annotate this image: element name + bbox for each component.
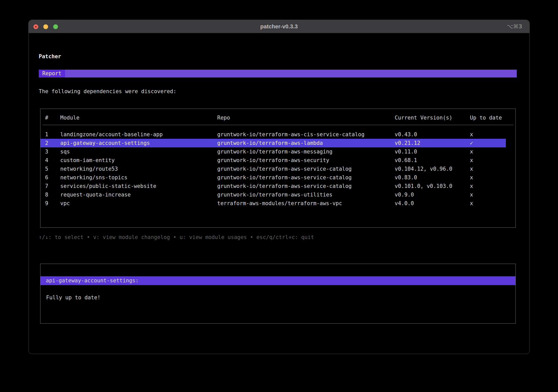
desktop-background: patcher-v0.3.3 ⌥⌘3 Patcher Report The fo… xyxy=(0,0,558,392)
row-up-to-date: x xyxy=(470,156,473,165)
row-module: sqs xyxy=(60,147,70,156)
terminal-window: patcher-v0.3.3 ⌥⌘3 Patcher Report The fo… xyxy=(28,20,530,354)
row-number: 4 xyxy=(45,156,48,165)
table-row[interactable]: 3 sqs gruntwork-io/terraform-aws-messagi… xyxy=(41,147,515,156)
row-versions: v0.21.12 xyxy=(395,139,420,147)
row-up-to-date: x xyxy=(470,182,473,190)
tab-bar: Report xyxy=(39,70,517,77)
col-header-versions: Current Version(s) xyxy=(395,113,452,122)
intro-text: The following dependencies were discover… xyxy=(39,88,176,95)
row-up-to-date: x xyxy=(470,199,473,208)
row-repo: terraform-aws-modules/terraform-aws-vpc xyxy=(217,199,342,208)
row-number: 7 xyxy=(45,182,48,190)
app-heading: Patcher xyxy=(39,53,61,60)
table-row[interactable]: 1 landingzone/account-baseline-app grunt… xyxy=(41,130,515,139)
table-row[interactable]: 6 networking/sns-topics gruntwork-io/ter… xyxy=(41,173,515,182)
row-versions: v0.83.0 xyxy=(395,173,417,182)
row-versions: v4.0.0 xyxy=(395,199,414,208)
row-module: services/public-static-website xyxy=(60,182,156,190)
row-up-to-date: x xyxy=(470,165,473,173)
row-versions: v0.43.0 xyxy=(395,130,417,139)
col-header-number: # xyxy=(45,113,48,122)
row-up-to-date: x xyxy=(470,147,473,156)
row-versions: v0.68.1 xyxy=(395,156,417,165)
row-versions: v0.101.0, v0.103.0 xyxy=(395,182,452,190)
row-module: networking/route53 xyxy=(60,165,118,173)
row-repo: gruntwork-io/terraform-aws-service-catal… xyxy=(217,173,352,182)
row-number: 2 xyxy=(45,139,48,147)
row-module: landingzone/account-baseline-app xyxy=(60,130,163,139)
row-repo: gruntwork-io/terraform-aws-utilities xyxy=(217,190,332,199)
row-versions: v0.104.12, v0.96.0 xyxy=(395,165,452,173)
table-row[interactable]: 7 services/public-static-website gruntwo… xyxy=(41,182,515,190)
row-number: 6 xyxy=(45,173,48,182)
row-repo: gruntwork-io/terraform-aws-service-catal… xyxy=(217,182,352,190)
terminal-content: Patcher Report The following dependencie… xyxy=(29,20,529,354)
row-up-to-date: x xyxy=(470,173,473,182)
row-module: custom-iam-entity xyxy=(60,156,115,165)
table-row[interactable]: 9 vpc terraform-aws-modules/terraform-aw… xyxy=(41,199,515,208)
row-number: 1 xyxy=(45,130,48,139)
row-repo: gruntwork-io/terraform-aws-cis-service-c… xyxy=(217,130,365,139)
row-versions: v0.9.0 xyxy=(395,190,414,199)
row-repo: gruntwork-io/terraform-aws-service-catal… xyxy=(217,165,352,173)
col-header-repo: Repo xyxy=(217,113,230,122)
table-row[interactable]: 5 networking/route53 gruntwork-io/terraf… xyxy=(41,165,515,173)
row-number: 3 xyxy=(45,147,48,156)
row-repo: gruntwork-io/terraform-aws-lambda xyxy=(217,139,323,147)
row-module: api-gateway-account-settings xyxy=(60,139,150,147)
dependencies-table: # Module Repo Current Version(s) Up to d… xyxy=(40,109,516,228)
row-repo: gruntwork-io/terraform-aws-security xyxy=(217,156,329,165)
module-detail-panel: api-gateway-account-settings: Fully up t… xyxy=(40,264,516,324)
col-header-module: Module xyxy=(60,113,79,122)
header-separator xyxy=(43,125,513,125)
table-row[interactable]: 8 request-quota-increase gruntwork-io/te… xyxy=(41,190,515,199)
table-row[interactable]: 2 api-gateway-account-settings gruntwork… xyxy=(41,139,506,147)
table-header-row: # Module Repo Current Version(s) Up to d… xyxy=(41,113,515,122)
row-module: networking/sns-topics xyxy=(60,173,128,182)
row-number: 5 xyxy=(45,165,48,173)
row-up-to-date: ✓ xyxy=(470,139,473,147)
table-row[interactable]: 4 custom-iam-entity gruntwork-io/terrafo… xyxy=(41,156,515,165)
tab-report[interactable]: Report xyxy=(39,70,65,77)
row-repo: gruntwork-io/terraform-aws-messaging xyxy=(217,147,332,156)
row-module: request-quota-increase xyxy=(60,190,131,199)
row-number: 9 xyxy=(45,199,48,208)
row-versions: v0.11.0 xyxy=(395,147,417,156)
row-up-to-date: x xyxy=(470,130,473,139)
row-number: 8 xyxy=(45,190,48,199)
row-module: vpc xyxy=(60,199,70,208)
detail-title-bar: api-gateway-account-settings: xyxy=(41,276,515,285)
col-header-up-to-date: Up to date xyxy=(470,113,502,122)
keyboard-hints: ↑/↓: to select • v: view module changelo… xyxy=(39,233,314,241)
row-up-to-date: x xyxy=(470,190,473,199)
table-rows: 1 landingzone/account-baseline-app grunt… xyxy=(41,130,515,208)
detail-body-text: Fully up to date! xyxy=(46,294,101,301)
